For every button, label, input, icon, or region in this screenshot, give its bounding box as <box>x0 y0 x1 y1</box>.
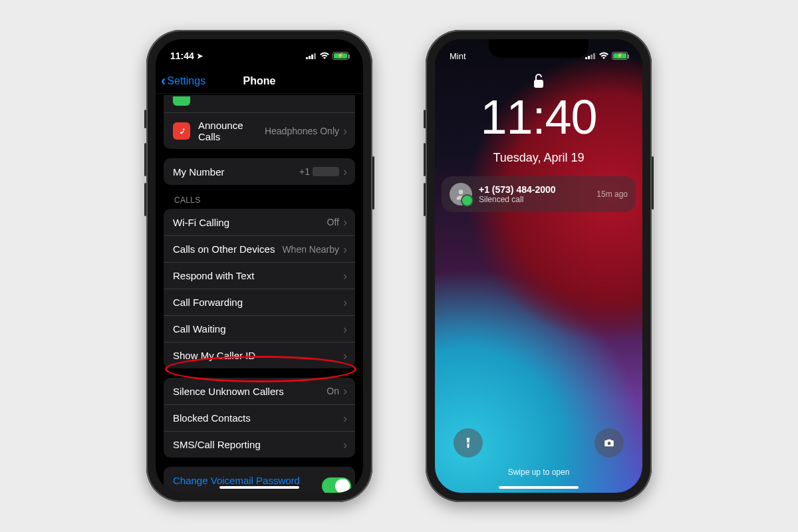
row-sms-call-reporting[interactable]: SMS/Call Reporting › <box>164 431 355 458</box>
row-calls-other-devices[interactable]: Calls on Other Devices When Nearby › <box>164 235 355 262</box>
phone-app-icon <box>173 96 190 106</box>
row-silence-unknown-callers[interactable]: Silence Unknown Callers On › <box>164 378 355 404</box>
wifi-icon <box>598 52 609 60</box>
lock-date: Tuesday, April 19 <box>435 151 642 165</box>
home-indicator[interactable] <box>219 486 299 489</box>
status-time: 11:44 <box>170 51 194 61</box>
chevron-right-icon: › <box>343 297 347 309</box>
section-header-calls: CALLS <box>164 185 355 209</box>
svg-rect-1 <box>309 56 311 59</box>
svg-rect-4 <box>585 57 587 59</box>
my-number-redacted <box>313 167 339 176</box>
row-my-number[interactable]: My Number +1 › <box>164 158 355 185</box>
chevron-right-icon: › <box>343 350 347 362</box>
lock-time: 11:40 <box>435 90 642 144</box>
notification-silenced-call[interactable]: +1 (573) 484-2000 Silenced call 15m ago <box>442 176 636 212</box>
toggle-partial[interactable] <box>322 477 351 493</box>
camera-button[interactable] <box>595 428 624 458</box>
svg-rect-8 <box>534 80 543 88</box>
back-button[interactable]: ‹ Settings <box>161 72 205 90</box>
chevron-right-icon: › <box>343 385 347 397</box>
row-respond-with-text[interactable]: Respond with Text › <box>164 262 355 289</box>
battery-icon: ⚡ <box>612 52 628 60</box>
chevron-right-icon: › <box>343 439 347 451</box>
chevron-left-icon: ‹ <box>161 72 166 90</box>
flashlight-button[interactable] <box>454 428 483 458</box>
row-call-forwarding[interactable]: Call Forwarding › <box>164 289 355 315</box>
swipe-up-hint: Swipe up to open <box>435 467 642 477</box>
page-title: Phone <box>243 75 276 87</box>
chevron-right-icon: › <box>343 125 347 137</box>
phone-right-lockscreen: Mint ⚡ 11:40 Tuesday, April 19 <box>426 30 652 502</box>
my-number-label: My Number <box>173 166 299 178</box>
svg-rect-10 <box>467 442 469 444</box>
contact-avatar-icon <box>450 183 472 205</box>
chevron-right-icon: › <box>343 166 347 178</box>
location-arrow-icon: ➤ <box>197 52 203 61</box>
row-wifi-calling[interactable]: Wi-Fi Calling Off › <box>164 209 355 235</box>
announce-calls-label: Announce Calls <box>198 120 265 142</box>
lock-open-icon <box>532 72 545 90</box>
svg-rect-2 <box>311 55 313 59</box>
my-number-prefix: +1 <box>299 166 310 177</box>
chevron-right-icon: › <box>343 216 347 228</box>
home-indicator[interactable] <box>499 486 579 489</box>
svg-point-11 <box>608 442 611 445</box>
announce-calls-value: Headphones Only <box>265 126 339 136</box>
notch <box>209 39 309 58</box>
notification-age: 15m ago <box>597 190 628 199</box>
svg-rect-6 <box>591 55 593 59</box>
row-announce-calls[interactable]: Announce Calls Headphones Only › <box>164 112 355 149</box>
cellular-signal-icon <box>585 53 596 59</box>
notification-subtitle: Silenced call <box>479 195 590 204</box>
row-blocked-contacts[interactable]: Blocked Contacts › <box>164 404 355 431</box>
svg-point-9 <box>459 190 464 194</box>
row-call-waiting[interactable]: Call Waiting › <box>164 315 355 342</box>
row-show-caller-id[interactable]: Show My Caller ID › <box>164 342 355 368</box>
wifi-icon <box>319 52 330 60</box>
svg-rect-0 <box>306 57 308 59</box>
announce-calls-icon <box>173 122 190 140</box>
chevron-right-icon: › <box>343 243 347 255</box>
notification-number: +1 (573) 484-2000 <box>479 184 590 195</box>
row-partial-top[interactable] <box>164 95 355 112</box>
battery-icon: ⚡ <box>332 52 348 60</box>
phone-left-settings: 11:44 ➤ ⚡ ‹ Settings Phone <box>146 30 372 502</box>
carrier-label: Mint <box>450 51 466 61</box>
chevron-right-icon: › <box>343 323 347 335</box>
svg-rect-5 <box>588 56 590 59</box>
notch <box>489 39 589 58</box>
chevron-right-icon: › <box>343 412 347 424</box>
cellular-signal-icon <box>306 53 317 59</box>
svg-rect-3 <box>314 53 316 59</box>
svg-rect-7 <box>593 53 595 59</box>
chevron-right-icon: › <box>343 270 347 282</box>
back-label: Settings <box>167 75 205 87</box>
